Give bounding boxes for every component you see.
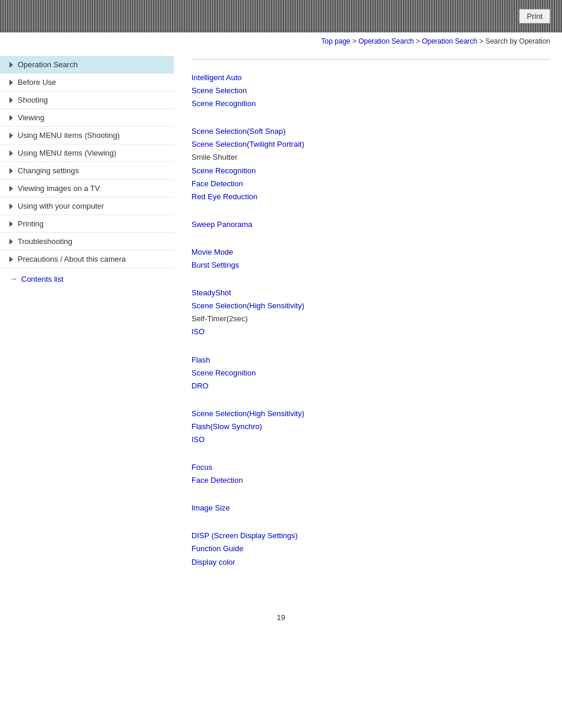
link-display-color[interactable]: Display color <box>191 556 550 569</box>
contents-list-link[interactable]: → Contents list <box>0 268 174 289</box>
breadcrumb-current: Search by Operation <box>485 37 550 45</box>
main-layout: Operation Search Before Use Shooting Vie… <box>0 50 562 601</box>
link-face-detection-1[interactable]: Face Detection <box>191 177 550 190</box>
arrow-right-icon: → <box>9 274 18 284</box>
page-number: 19 <box>0 601 562 628</box>
link-group-2: Scene Selection(Soft Snap) Scene Selecti… <box>191 125 550 203</box>
link-face-detection-2[interactable]: Face Detection <box>191 474 550 487</box>
arrow-icon <box>9 133 13 139</box>
arrow-icon <box>9 186 13 192</box>
sidebar-item-before-use[interactable]: Before Use <box>0 74 174 91</box>
link-sweep-panorama[interactable]: Sweep Panorama <box>191 218 550 231</box>
link-group-4: Movie Mode Burst Settings <box>191 246 550 272</box>
sidebar-item-troubleshooting[interactable]: Troubleshooting <box>0 233 174 251</box>
link-group-7: Scene Selection(High Sensitivity) Flash(… <box>191 407 550 446</box>
content-divider <box>191 59 550 60</box>
breadcrumb-link-op2[interactable]: Operation Search <box>422 37 477 45</box>
link-iso-1[interactable]: ISO <box>191 325 550 338</box>
link-iso-2[interactable]: ISO <box>191 433 550 446</box>
link-group-5: SteadyShot Scene Selection(High Sensitiv… <box>191 286 550 338</box>
link-group-3: Sweep Panorama <box>191 218 550 231</box>
link-steadyshot[interactable]: SteadyShot <box>191 286 550 299</box>
breadcrumb: Top page > Operation Search > Operation … <box>0 32 562 50</box>
link-scene-soft-snap[interactable]: Scene Selection(Soft Snap) <box>191 125 550 138</box>
link-function-guide[interactable]: Function Guide <box>191 542 550 555</box>
arrow-icon <box>9 256 13 262</box>
sidebar-item-viewing[interactable]: Viewing <box>0 109 174 127</box>
print-button[interactable]: Print <box>519 9 550 24</box>
arrow-icon <box>9 150 13 156</box>
link-focus[interactable]: Focus <box>191 461 550 474</box>
sidebar-item-shooting[interactable]: Shooting <box>0 91 174 109</box>
sidebar: Operation Search Before Use Shooting Vie… <box>0 50 174 601</box>
link-group-1: Intelligent Auto Scene Selection Scene R… <box>191 71 550 110</box>
link-disp-settings[interactable]: DISP (Screen Display Settings) <box>191 529 550 542</box>
arrow-icon <box>9 203 13 209</box>
link-scene-recognition-1[interactable]: Scene Recognition <box>191 97 550 110</box>
sidebar-item-printing[interactable]: Printing <box>0 215 174 233</box>
arrow-icon <box>9 221 13 227</box>
link-scene-high-sensitivity-2[interactable]: Scene Selection(High Sensitivity) <box>191 407 550 420</box>
sidebar-item-viewing-tv[interactable]: Viewing images on a TV <box>0 180 174 197</box>
link-movie-mode[interactable]: Movie Mode <box>191 246 550 259</box>
arrow-icon <box>9 97 13 103</box>
link-group-8: Focus Face Detection <box>191 461 550 487</box>
link-scene-selection-1[interactable]: Scene Selection <box>191 84 550 97</box>
sidebar-item-precautions[interactable]: Precautions / About this camera <box>0 251 174 268</box>
sidebar-item-changing-settings[interactable]: Changing settings <box>0 162 174 180</box>
breadcrumb-link-op1[interactable]: Operation Search <box>358 37 414 45</box>
breadcrumb-link-top[interactable]: Top page <box>321 37 350 45</box>
link-group-9: Image Size <box>191 502 550 515</box>
text-smile-shutter: Smile Shutter <box>191 151 550 164</box>
arrow-icon <box>9 80 13 85</box>
link-scene-twilight[interactable]: Scene Selection(Twilight Portrait) <box>191 138 550 151</box>
link-image-size[interactable]: Image Size <box>191 502 550 515</box>
sidebar-item-menu-shooting[interactable]: Using MENU items (Shooting) <box>0 127 174 144</box>
link-red-eye-reduction[interactable]: Red Eye Reduction <box>191 190 550 203</box>
link-flash-slow-synchro[interactable]: Flash(Slow Synchro) <box>191 420 550 433</box>
sidebar-item-menu-viewing[interactable]: Using MENU items (Viewing) <box>0 144 174 162</box>
content-area: Intelligent Auto Scene Selection Scene R… <box>174 50 562 601</box>
link-dro[interactable]: DRO <box>191 380 550 393</box>
link-scene-high-sensitivity-1[interactable]: Scene Selection(High Sensitivity) <box>191 299 550 312</box>
arrow-icon <box>9 239 13 245</box>
link-intelligent-auto[interactable]: Intelligent Auto <box>191 71 550 84</box>
text-self-timer: Self-Timer(2sec) <box>191 312 550 325</box>
sidebar-item-operation-search[interactable]: Operation Search <box>0 56 174 74</box>
link-scene-recognition-3[interactable]: Scene Recognition <box>191 367 550 380</box>
arrow-icon <box>9 62 13 68</box>
link-group-10: DISP (Screen Display Settings) Function … <box>191 529 550 568</box>
link-group-6: Flash Scene Recognition DRO <box>191 354 550 393</box>
sidebar-item-computer[interactable]: Using with your computer <box>0 197 174 215</box>
arrow-icon <box>9 168 13 174</box>
link-burst-settings[interactable]: Burst Settings <box>191 259 550 272</box>
arrow-icon <box>9 115 13 121</box>
link-flash-1[interactable]: Flash <box>191 354 550 367</box>
link-scene-recognition-2[interactable]: Scene Recognition <box>191 164 550 177</box>
header-bar: Print <box>0 0 562 32</box>
